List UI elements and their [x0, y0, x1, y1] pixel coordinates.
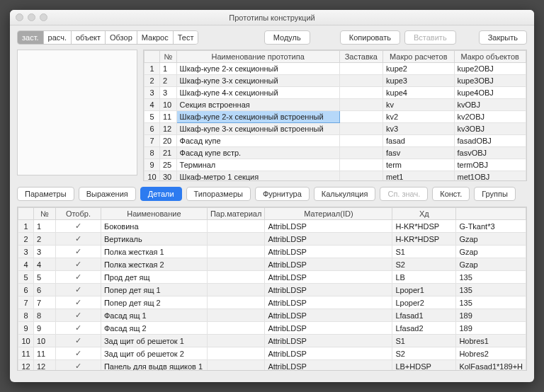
prototype-row[interactable]: 612Шкаф-купе 3-х секционный встроенныйkv…: [144, 123, 526, 135]
tab-8[interactable]: Группы: [474, 187, 516, 201]
tab-2[interactable]: Детали: [140, 187, 182, 201]
detail-row[interactable]: 1010✓Зад щит об решеток 1AttribLDSPS1Hob…: [18, 335, 526, 347]
segment-5[interactable]: Тест: [174, 31, 198, 44]
col-macrocalc[interactable]: Макро расчетов: [383, 51, 454, 63]
zoom-icon[interactable]: [40, 13, 47, 21]
copy-button[interactable]: Копировать: [340, 30, 400, 45]
prototype-row[interactable]: 821Фасад купе встр.fasvfasvOBJ: [144, 147, 526, 159]
detail-row[interactable]: 1212✓Панель для выдв ящиков 1AttribLDSPL…: [18, 360, 526, 371]
col-last[interactable]: [456, 208, 526, 220]
prototypes-table[interactable]: № Наименование прототипа Заставка Макро …: [143, 50, 527, 181]
tab-4[interactable]: Фурнитура: [255, 187, 310, 201]
tab-0[interactable]: Параметры: [17, 187, 74, 201]
prototype-row[interactable]: 410Секция встроеннаяkvkvOBJ: [144, 99, 526, 111]
segment-2[interactable]: объект: [72, 31, 106, 44]
detail-row[interactable]: 55✓Прод дет ящAttribLDSPLB135: [18, 271, 526, 284]
detail-row[interactable]: 99✓Фасад ящ 2AttribLDSPLfasad2189: [18, 322, 526, 335]
titlebar[interactable]: Прототипы конструкций: [10, 10, 534, 25]
tab-5[interactable]: Калькуляция: [314, 187, 376, 201]
window-title: Прототипы конструкций: [229, 13, 314, 22]
col-otob[interactable]: Отобр.: [55, 208, 101, 220]
detail-row[interactable]: 33✓Полка жесткая 1AttribLDSPS1Gzap: [18, 246, 526, 258]
segment-3[interactable]: Обзор: [106, 31, 137, 44]
detail-row[interactable]: 66✓Попер дет ящ 1AttribLDSPLpoper1135: [18, 284, 526, 296]
detail-row[interactable]: 77✓Попер дет ящ 2AttribLDSPLpoper2135: [18, 296, 526, 309]
col-parmat[interactable]: Пар.материал: [207, 208, 264, 220]
prototype-row[interactable]: 511Шкаф-купе 2-х секционный встроенныйkv…: [144, 111, 526, 123]
col-matid[interactable]: Материал(ID): [265, 208, 392, 220]
tab-bar: ПараметрыВыраженияДеталиТипоразмерыФурни…: [10, 181, 534, 207]
prototype-row[interactable]: 720Фасад купеfasadfasadOBJ: [144, 135, 526, 147]
toolbar: заст.расч.объектОбзорМакросТест Модуль К…: [10, 25, 534, 50]
detail-row[interactable]: 11✓БоковинаAttribLDSPH-KR*HDSPG-Tkant*3: [18, 220, 526, 233]
detail-row[interactable]: 1111✓Зад щит об решеток 2AttribLDSPS2Hob…: [18, 347, 526, 360]
col-num2[interactable]: №: [34, 208, 56, 220]
segment-1[interactable]: расч.: [44, 31, 72, 44]
minimize-icon[interactable]: [28, 13, 35, 21]
prototype-row[interactable]: 1030Шкаф-метро 1 секцияmet1met1OBJ: [144, 171, 526, 181]
col-num[interactable]: №: [160, 51, 177, 63]
tab-7[interactable]: Конст.: [432, 187, 470, 201]
tab-1[interactable]: Выражения: [79, 187, 136, 201]
prototype-row[interactable]: 22Шкаф-купе 3-х секционныйkupe3kupe3OBJ: [144, 75, 526, 87]
col-splash[interactable]: Заставка: [339, 51, 382, 63]
view-segment: заст.расч.объектОбзорМакросТест: [17, 30, 198, 45]
col-name[interactable]: Наименование прототипа: [176, 51, 339, 63]
paste-button[interactable]: Вставить: [404, 30, 456, 45]
prototype-row[interactable]: 33Шкаф-купе 4-х секционныйkupe4kupe4OBJ: [144, 87, 526, 99]
tab-6[interactable]: Сп. знач.: [380, 187, 428, 201]
col-name2[interactable]: Наименование: [101, 208, 207, 220]
detail-row[interactable]: 22✓ВертикальAttribLDSPH-KR*HDSPGzap: [18, 233, 526, 246]
app-window: Прототипы конструкций заст.расч.объектОб…: [10, 10, 534, 382]
segment-4[interactable]: Макрос: [137, 31, 174, 44]
close-button[interactable]: Закрыть: [479, 30, 527, 45]
details-table[interactable]: № Отобр. Наименование Пар.материал Матер…: [17, 207, 527, 371]
prototype-row[interactable]: 925ТерминалtermtermOBJ: [144, 159, 526, 171]
preview-pane: [17, 50, 137, 175]
module-button[interactable]: Модуль: [264, 30, 310, 45]
prototype-row[interactable]: 11Шкаф-купе 2-х секционныйkupe2kupe2OBJ: [144, 63, 526, 75]
tab-3[interactable]: Типоразмеры: [186, 187, 251, 201]
col-macroobj[interactable]: Макро объектов: [454, 51, 526, 63]
close-icon[interactable]: [16, 13, 23, 21]
detail-row[interactable]: 88✓Фасад ящ 1AttribLDSPLfasad1189: [18, 309, 526, 322]
segment-0[interactable]: заст.: [18, 31, 44, 44]
traffic-lights: [16, 13, 47, 21]
col-xd[interactable]: Xд: [392, 208, 456, 220]
detail-row[interactable]: 44✓Полка жесткая 2AttribLDSPS2Gzap: [18, 258, 526, 271]
